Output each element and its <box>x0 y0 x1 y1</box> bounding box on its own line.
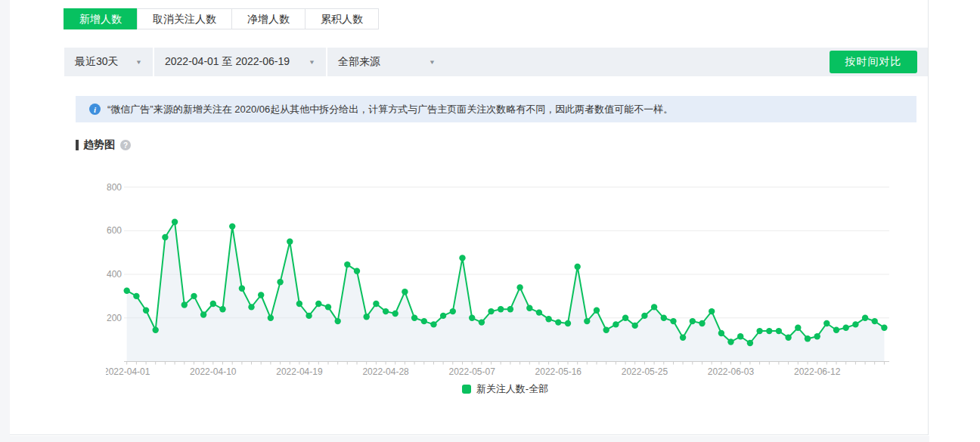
svg-text:200: 200 <box>107 313 122 323</box>
trend-section-header: 趋势图 ? <box>76 138 131 152</box>
svg-text:2022-05-25: 2022-05-25 <box>622 366 668 377</box>
source-dropdown[interactable]: 全部来源 ▼ <box>327 48 446 76</box>
info-icon: i <box>89 104 101 115</box>
date-range-label: 2022-04-01 至 2022-06-19 <box>165 55 290 69</box>
metric-tabs: 新增人数 取消关注人数 净增人数 累积人数 <box>64 8 379 29</box>
info-banner: i “微信广告”来源的新增关注在 2020/06起从其他中拆分给出，计算方式与广… <box>76 96 916 122</box>
chevron-down-icon: ▼ <box>429 59 436 66</box>
svg-text:600: 600 <box>107 225 122 236</box>
source-label: 全部来源 <box>338 55 380 69</box>
svg-text:800: 800 <box>107 182 122 193</box>
trend-line-chart[interactable]: 2004006008002022-04-012022-04-102022-04-… <box>106 178 904 382</box>
svg-text:400: 400 <box>107 269 122 280</box>
svg-text:2022-05-16: 2022-05-16 <box>535 366 582 377</box>
tab-cumulative[interactable]: 累积人数 <box>305 8 379 29</box>
legend-label: 新关注人数-全部 <box>476 382 548 396</box>
svg-text:2022-06-03: 2022-06-03 <box>708 366 755 377</box>
compare-by-time-button[interactable]: 按时间对比 <box>830 51 917 73</box>
page-gutter-bottom <box>0 436 929 442</box>
chevron-down-icon: ▼ <box>135 59 142 66</box>
svg-text:2022-04-10: 2022-04-10 <box>190 366 237 377</box>
title-accent-bar <box>76 140 79 150</box>
svg-text:2022-05-07: 2022-05-07 <box>449 366 496 377</box>
legend-swatch-icon <box>462 385 471 394</box>
tab-new-followers[interactable]: 新增人数 <box>64 8 138 29</box>
date-preset-label: 最近30天 <box>75 55 119 69</box>
svg-text:2022-04-19: 2022-04-19 <box>276 366 323 377</box>
chevron-down-icon: ▼ <box>309 59 315 66</box>
info-banner-text: “微信广告”来源的新增关注在 2020/06起从其他中拆分给出，计算方式与广告主… <box>107 103 673 116</box>
date-range-dropdown[interactable]: 2022-04-01 至 2022-06-19 ▼ <box>154 48 326 76</box>
svg-text:2022-06-12: 2022-06-12 <box>794 366 841 377</box>
chart-legend[interactable]: 新关注人数-全部 <box>106 382 904 396</box>
tab-unfollowed[interactable]: 取消关注人数 <box>137 8 232 29</box>
svg-text:2022-04-01: 2022-04-01 <box>106 366 150 377</box>
help-question-icon[interactable]: ? <box>120 140 131 150</box>
trend-chart-title: 趋势图 <box>83 138 115 152</box>
page-gutter-left <box>0 0 10 442</box>
svg-text:2022-04-28: 2022-04-28 <box>362 366 409 377</box>
tab-net-growth[interactable]: 净增人数 <box>231 8 305 29</box>
filter-bar: 最近30天 ▼ 2022-04-01 至 2022-06-19 ▼ 全部来源 ▼ <box>64 48 928 76</box>
followers-analytics-panel: 新增人数 取消关注人数 净增人数 累积人数 最近30天 ▼ 2022-04-01… <box>10 0 929 435</box>
date-preset-dropdown[interactable]: 最近30天 ▼ <box>64 48 153 76</box>
